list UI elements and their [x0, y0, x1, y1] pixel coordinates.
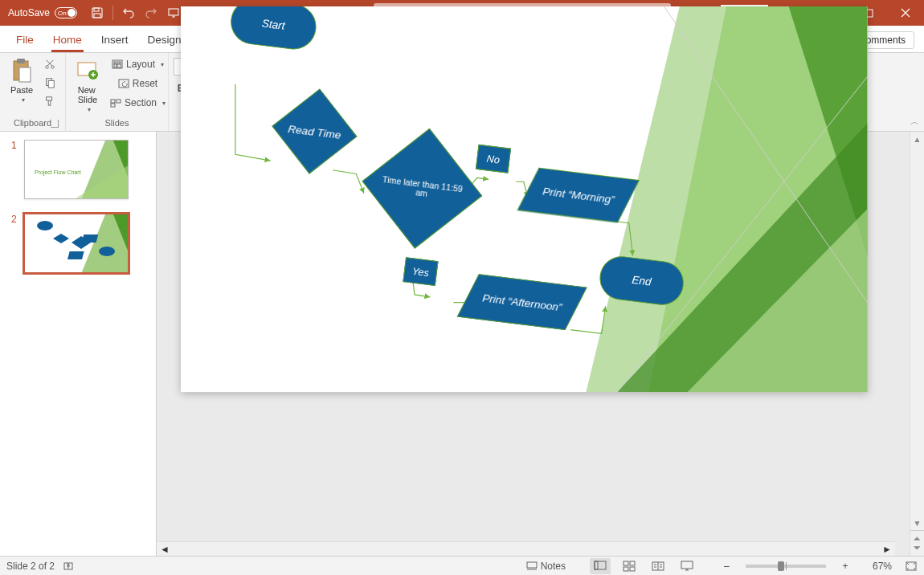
fit-to-window-icon[interactable] [905, 561, 918, 572]
tab-insert[interactable]: Insert [92, 29, 138, 52]
new-slide-icon [75, 58, 100, 84]
svg-rect-23 [117, 100, 121, 103]
autosave-state: On [58, 10, 67, 17]
shape-start[interactable]: Start [228, 6, 319, 52]
svg-rect-74 [681, 561, 693, 569]
shape-no[interactable]: No [476, 145, 511, 173]
flowchart-group[interactable]: Start Read Time Time later than 11:59 am… [181, 6, 868, 392]
svg-text:Project Flow Chart: Project Flow Chart [35, 169, 81, 176]
svg-rect-71 [623, 567, 628, 571]
shape-read-time[interactable]: Read Time [272, 88, 357, 173]
svg-rect-8 [17, 59, 25, 63]
svg-rect-13 [48, 80, 54, 88]
group-label-clipboard: Clipboard [14, 118, 51, 128]
svg-rect-72 [630, 567, 635, 571]
svg-rect-69 [623, 561, 628, 565]
tab-file[interactable]: File [6, 29, 43, 52]
cut-button[interactable] [42, 56, 58, 72]
svg-rect-21 [111, 100, 115, 103]
svg-rect-17 [114, 62, 121, 63]
status-bar: Slide 2 of 2 Notes − + 67% [0, 556, 924, 575]
svg-rect-54 [82, 234, 99, 243]
svg-rect-18 [114, 64, 117, 67]
svg-rect-66 [527, 562, 537, 568]
copy-button[interactable] [42, 75, 58, 91]
zoom-out-button[interactable]: − [720, 560, 733, 573]
collapse-ribbon-icon[interactable]: ︿ [910, 116, 919, 128]
svg-point-10 [46, 66, 49, 69]
slide-counter[interactable]: Slide 2 of 2 [6, 561, 55, 572]
layout-button[interactable]: Layout [108, 56, 168, 72]
tab-home[interactable]: Home [43, 29, 92, 52]
svg-rect-22 [111, 104, 115, 107]
svg-rect-19 [117, 64, 121, 67]
svg-point-11 [51, 66, 55, 69]
group-label-slides: Slides [71, 118, 163, 129]
slideshow-view-icon[interactable] [677, 558, 697, 574]
reading-view-icon[interactable] [648, 558, 668, 574]
format-painter-button[interactable] [42, 93, 58, 109]
save-icon[interactable] [90, 6, 104, 20]
zoom-level[interactable]: 67% [860, 561, 892, 572]
notes-button[interactable]: Notes [526, 561, 566, 572]
svg-rect-9 [19, 67, 31, 82]
svg-rect-1 [94, 8, 99, 11]
svg-rect-2 [94, 14, 100, 18]
svg-marker-52 [53, 234, 69, 243]
svg-rect-67 [595, 561, 606, 569]
paste-button[interactable]: Paste [5, 56, 39, 105]
next-slide-icon[interactable]: ⏷ [913, 543, 922, 553]
start-from-beginning-icon[interactable] [166, 6, 181, 20]
zoom-in-button[interactable]: + [839, 560, 852, 572]
new-slide-button[interactable]: New Slide [71, 56, 104, 115]
horizontal-scrollbar[interactable]: ◄► [157, 541, 895, 556]
shape-print-afternoon[interactable]: Print “Afternoon” [457, 274, 587, 330]
paste-icon [9, 58, 35, 84]
close-icon[interactable] [887, 0, 924, 26]
autosave-group: AutoSave On [0, 7, 84, 18]
shape-print-morning[interactable]: Print “Morning” [517, 168, 640, 223]
autosave-label: AutoSave [8, 7, 50, 18]
slide-sorter-view-icon[interactable] [619, 558, 640, 574]
workspace: 1 Project Flow Chart 2 ◄► [0, 132, 924, 556]
shape-end[interactable]: End [597, 254, 686, 308]
section-button[interactable]: Section [108, 95, 168, 111]
svg-rect-68 [595, 561, 598, 569]
autosave-toggle[interactable]: On [55, 7, 77, 18]
undo-icon[interactable] [121, 6, 136, 20]
svg-rect-3 [169, 9, 178, 15]
group-clipboard: Paste Clipboard [0, 53, 66, 131]
shape-yes[interactable]: Yes [403, 257, 438, 286]
svg-point-56 [99, 247, 115, 256]
vertical-scrollbar[interactable]: ▲ ▼ ⏶ ⏷ [910, 132, 924, 556]
reset-button[interactable]: Reset [108, 75, 168, 92]
group-slides: New Slide Layout Reset Section Slides [66, 53, 169, 131]
accessibility-icon[interactable] [63, 561, 74, 572]
svg-rect-70 [630, 561, 635, 565]
shape-decision[interactable]: Time later than 11:59 am [362, 128, 482, 249]
thumbnail-1[interactable]: 1 Project Flow Chart [11, 140, 145, 199]
prev-slide-icon[interactable]: ⏶ [913, 533, 922, 543]
normal-view-icon[interactable] [590, 558, 611, 574]
slide-canvas[interactable]: Start Read Time Time later than 11:59 am… [181, 6, 868, 392]
svg-rect-55 [67, 251, 84, 259]
thumbnail-2[interactable]: 2 [11, 214, 145, 273]
svg-point-65 [67, 564, 69, 565]
svg-point-51 [37, 221, 53, 230]
redo-icon[interactable] [144, 6, 158, 20]
slide-thumbnail-panel[interactable]: 1 Project Flow Chart 2 [0, 132, 157, 556]
clipboard-dialog-launcher[interactable] [51, 120, 59, 128]
zoom-slider[interactable] [746, 565, 826, 568]
